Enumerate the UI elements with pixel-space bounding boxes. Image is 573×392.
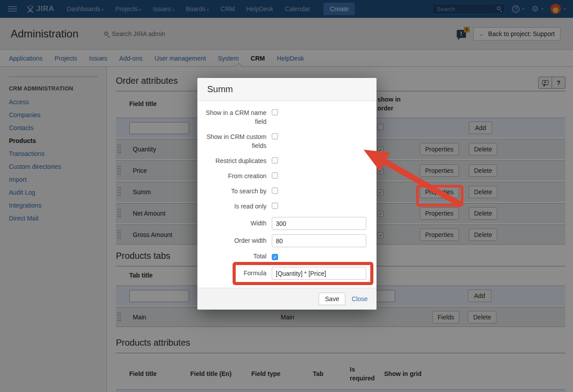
field-label: Formula (202, 267, 266, 279)
field-label: Show in a CRM name field (202, 108, 266, 126)
summ-properties-dialog: Summ Show in a CRM name field ✓ Show in … (197, 78, 377, 310)
order-width-input[interactable] (272, 234, 366, 247)
field-label: Is read only (202, 202, 266, 211)
show-in-crm-custom-fields-checkbox[interactable]: ✓ (272, 133, 278, 139)
field-label: Width (202, 217, 266, 229)
restrict-duplicates-checkbox[interactable]: ✓ (272, 157, 278, 163)
save-button[interactable]: Save (319, 293, 345, 305)
dialog-title: Summ (197, 78, 377, 101)
close-link[interactable]: Close (352, 295, 368, 302)
field-label: Show in CRM custom fields (202, 132, 266, 150)
to-search-by-checkbox[interactable]: ✓ (272, 188, 278, 194)
is-read-only-checkbox[interactable]: ✓ (272, 203, 278, 209)
formula-input[interactable] (272, 267, 366, 280)
width-input[interactable] (272, 217, 366, 230)
field-label: Order width (202, 235, 266, 247)
show-in-crm-name-field-checkbox[interactable]: ✓ (272, 109, 278, 115)
from-creation-checkbox[interactable]: ✓ (272, 172, 278, 179)
total-checkbox[interactable]: ✓ (272, 254, 278, 260)
field-label: Restrict duplicates (202, 156, 266, 165)
field-label: Total (202, 252, 266, 261)
field-label: To search by (202, 187, 266, 196)
field-label: From creation (202, 172, 266, 180)
